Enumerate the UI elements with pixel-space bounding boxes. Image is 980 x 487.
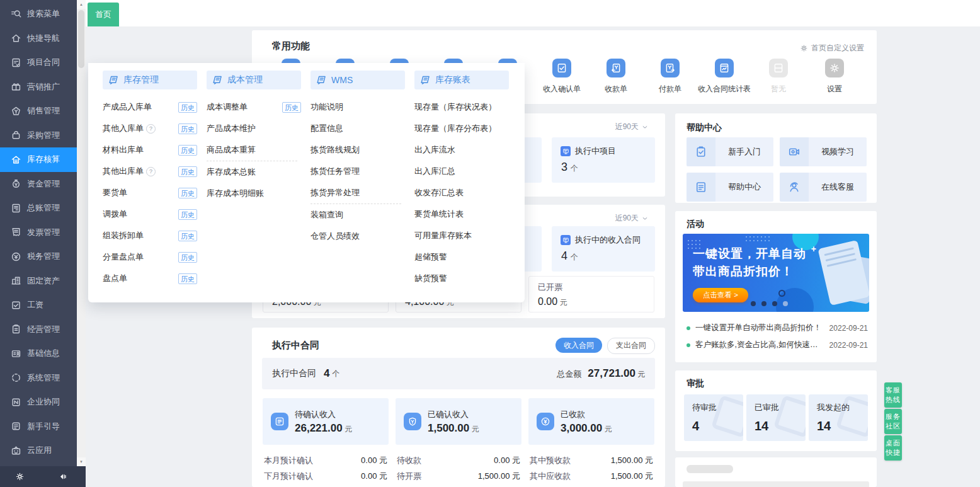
sidebar-item-10[interactable]: 税务管理	[0, 244, 77, 269]
flyout-menu-item[interactable]: 拣货任务管理	[311, 161, 405, 182]
quick-access-item-7[interactable]: 付款单	[643, 59, 697, 95]
history-badge[interactable]: 历史	[282, 102, 301, 113]
history-badge[interactable]: 历史	[178, 252, 197, 263]
flyout-menu-item[interactable]: 库存成本总账	[207, 161, 301, 183]
range-selector[interactable]: 近90天	[615, 213, 649, 224]
quick-access-item-6[interactable]: 收款单	[589, 59, 643, 95]
flyout-menu-item[interactable]: 超储预警	[414, 246, 509, 268]
sidebar-item-2[interactable]: 项目合同	[0, 50, 77, 75]
floating-tab[interactable]: 桌面快捷	[884, 435, 902, 461]
flyout-menu-item[interactable]: 出入库汇总	[414, 161, 509, 182]
sidebar-item-18[interactable]: 云应用	[0, 438, 77, 463]
customize-home-button[interactable]: 首页自定义设置	[800, 43, 864, 54]
stat-tile-projects[interactable]: 执行中项目 3个	[552, 137, 655, 183]
quick-access-item-5[interactable]: 收入确认单	[535, 59, 589, 95]
floating-tab[interactable]: 服务社区	[884, 409, 902, 434]
scrollbar-thumb[interactable]	[78, 10, 84, 68]
history-badge[interactable]: 历史	[178, 209, 197, 220]
flyout-menu-item[interactable]: 拣货路线规划	[311, 139, 405, 161]
sidebar-item-17[interactable]: 新手引导	[0, 415, 77, 439]
flyout-menu-item[interactable]: 功能说明	[311, 96, 405, 118]
sidebar-item-6[interactable]: 库存核算	[0, 147, 77, 172]
approval-tile[interactable]: 我发起的 14	[809, 394, 868, 441]
sidebar-item-label: 快捷导航	[27, 33, 60, 44]
contract-stat-tile[interactable]: 已收款 3,000.00 元 其中预收款 1,500.00 元 其中应收款 1,…	[528, 398, 654, 484]
sidebar-item-0[interactable]: 搜索菜单	[0, 2, 77, 26]
flyout-menu-item[interactable]: 商品成本重算	[207, 139, 301, 161]
stat-tile-income-contracts[interactable]: 执行中的收入合同 4个	[552, 226, 655, 272]
flyout-menu-item[interactable]: 仓管人员绩效	[311, 226, 405, 247]
quick-access-item-10[interactable]: 设置	[807, 59, 862, 95]
sidebar-item-7[interactable]: 资金管理	[0, 172, 77, 197]
sidebar-item-15[interactable]: 系统管理	[0, 366, 77, 391]
flyout-menu-item[interactable]: 产品成本维护	[207, 118, 301, 139]
flyout-menu-item[interactable]: 出入库流水	[414, 139, 509, 161]
history-badge[interactable]: 历史	[178, 123, 197, 134]
tab-income-contracts[interactable]: 收入合同	[556, 338, 602, 353]
history-badge[interactable]: 历史	[178, 273, 197, 284]
history-badge[interactable]: 历史	[178, 166, 197, 177]
flyout-menu-item[interactable]: 其他入库单?历史	[103, 118, 197, 139]
help-tile[interactable]: 视频学习	[780, 137, 867, 166]
flyout-menu-item[interactable]: 要货单历史	[103, 182, 197, 203]
promo-banner[interactable]: 一键设置，开单自动 带出商品折扣价！ + 点击查看 >	[683, 234, 869, 312]
flyout-menu-item[interactable]: 组装拆卸单历史	[103, 225, 197, 246]
flyout-menu-item[interactable]: 产成品入库单历史	[103, 96, 197, 118]
flyout-menu-item[interactable]: 配置信息	[311, 118, 405, 139]
flyout-menu-item[interactable]: 材料出库单历史	[103, 139, 197, 161]
sidebar-item-16[interactable]: 企业协同	[0, 390, 77, 415]
floating-tab[interactable]: 客服热线	[884, 382, 902, 408]
flyout-menu-item[interactable]: 调拨单历史	[103, 203, 197, 225]
banner-cta-button[interactable]: 点击查看 >	[693, 288, 748, 302]
contract-stat-tile[interactable]: 待确认收入 26,221.00 元 本月预计确认 0.00 元 下月预计确认 0…	[263, 398, 389, 484]
flyout-menu-item[interactable]: 库存成本明细账	[207, 183, 301, 204]
flyout-menu-item[interactable]: 缺货预警	[414, 268, 509, 289]
range-label: 近90天	[615, 122, 639, 132]
sidebar-item-14[interactable]: 基础信息	[0, 341, 77, 366]
sidebar-item-4[interactable]: 销售管理	[0, 99, 77, 123]
help-tile[interactable]: 新手入门	[687, 137, 773, 166]
flyout-menu-item[interactable]: 其他出库单?历史	[103, 161, 197, 182]
flyout-menu-item[interactable]: 装箱查询	[311, 204, 405, 226]
flyout-menu-item[interactable]: 现存量（库存分布表）	[414, 118, 509, 139]
tab-expense-contracts[interactable]: 支出合同	[607, 338, 655, 354]
flyout-menu-item[interactable]: 可用量库存账本	[414, 225, 509, 246]
sidebar-item-3[interactable]: 营销推广	[0, 75, 77, 100]
news-item[interactable]: 一键设置开单自动带出商品折扣价！ 2022-09-21	[687, 319, 868, 336]
sidebar-item-8[interactable]: 总账管理	[0, 196, 77, 221]
scroll-down-icon[interactable]: ▼	[77, 457, 86, 466]
history-badge[interactable]: 历史	[178, 102, 197, 113]
range-selector[interactable]: 近90天	[615, 122, 649, 132]
news-item[interactable]: 客户账款多,资金占比高,如何快速回款！ 2022-09-21	[687, 336, 868, 353]
sidebar-item-11[interactable]: 固定资产	[0, 269, 77, 294]
flyout-menu-item[interactable]: 盘点单历史	[103, 268, 197, 289]
sidebar-item-9[interactable]: 发票管理	[0, 221, 77, 245]
flyout-menu-item[interactable]: 收发存汇总表	[414, 182, 509, 203]
sidebar-item-13[interactable]: 经营管理	[0, 318, 77, 342]
history-badge[interactable]: 历史	[178, 231, 197, 241]
carousel-dots[interactable]	[751, 301, 788, 306]
sidebar-item-5[interactable]: 采购管理	[0, 123, 77, 148]
tab-home[interactable]: 首页	[88, 3, 119, 26]
gear-icon[interactable]	[15, 472, 25, 481]
approval-tile[interactable]: 待审批 4	[684, 394, 743, 441]
quick-access-item-9[interactable]: 暂无	[751, 59, 806, 95]
history-badge[interactable]: 历史	[178, 145, 197, 156]
history-badge[interactable]: 历史	[178, 188, 197, 198]
flyout-menu-item[interactable]: 成本调整单历史	[207, 96, 301, 118]
quick-access-item-8[interactable]: 收入合同统计表	[697, 59, 751, 95]
help-tile[interactable]: 在线客服	[780, 173, 867, 202]
flyout-menu-item[interactable]: 现存量（库存状况表）	[414, 96, 509, 118]
sidebar-item-12[interactable]: 工资	[0, 293, 77, 318]
help-tile[interactable]: 帮助中心	[687, 173, 773, 202]
sidebar-scrollbar[interactable]: ▲ ▼	[77, 0, 86, 466]
scroll-up-icon[interactable]: ▲	[77, 0, 86, 9]
contract-stat-tile[interactable]: 已确认收入 1,500.00 元 待收款 0.00 元 待开票 1,500.00…	[396, 398, 521, 484]
collapse-icon[interactable]	[58, 472, 67, 481]
sidebar-item-1[interactable]: 快捷导航	[0, 26, 77, 51]
flyout-menu-item[interactable]: 要货单统计表	[414, 203, 509, 225]
tile-label: 已收款	[561, 409, 612, 420]
flyout-menu-item[interactable]: 分量盘点单历史	[103, 246, 197, 268]
approval-tile[interactable]: 已审批 14	[746, 394, 806, 441]
flyout-menu-item[interactable]: 拣货异常处理	[311, 182, 405, 203]
